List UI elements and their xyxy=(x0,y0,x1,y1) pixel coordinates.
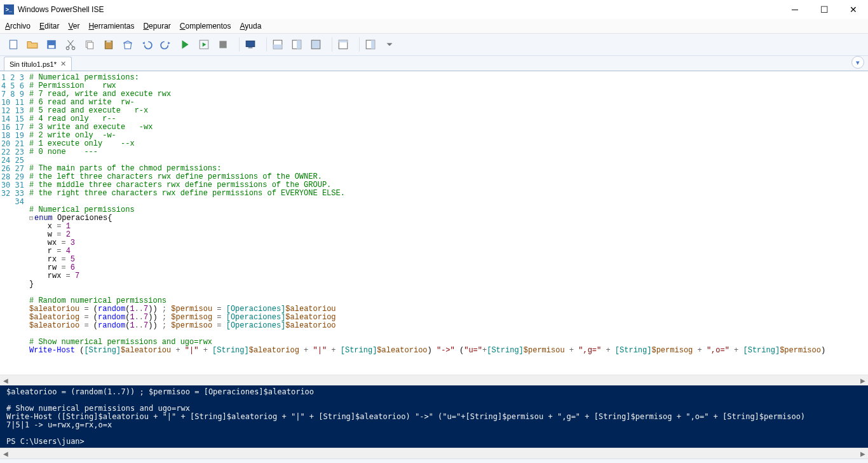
minimize-button[interactable]: ─ xyxy=(780,0,810,19)
tab-untitled[interactable]: Sin título1.ps1* ✕ xyxy=(4,57,72,71)
svg-rect-2 xyxy=(49,45,55,48)
svg-rect-6 xyxy=(88,43,93,49)
clear-button[interactable] xyxy=(121,38,135,52)
code-area[interactable]: # Numerical permissions:# Permission rwx… xyxy=(29,71,868,375)
dropdown-button[interactable] xyxy=(383,38,397,52)
close-button[interactable]: ✕ xyxy=(839,0,868,19)
menu-archivo[interactable]: Archivo xyxy=(5,22,31,31)
stop-button[interactable] xyxy=(216,38,230,52)
scroll-right-icon[interactable]: ▶ xyxy=(857,377,868,384)
tab-bar: Sin título1.ps1* ✕ ▾ xyxy=(0,56,868,71)
new-button[interactable] xyxy=(6,38,20,52)
layout-script-right-button[interactable] xyxy=(290,38,304,52)
cut-button[interactable] xyxy=(64,38,78,52)
scroll-right-icon[interactable]: ▶ xyxy=(857,450,868,457)
layout-script-bottom-button[interactable] xyxy=(271,38,285,52)
remote-button[interactable] xyxy=(243,38,257,52)
add-tab-button[interactable]: ▾ xyxy=(851,56,864,69)
svg-rect-8 xyxy=(107,40,111,42)
line-gutter: 1 2 3 4 5 6 7 8 9 10 11 12 13 14 15 16 1… xyxy=(0,71,29,375)
svg-rect-17 xyxy=(311,40,320,49)
console-pane[interactable]: $aleatorioo = (random(1..7)) ; $permisoo… xyxy=(0,385,868,448)
menu-ayuda[interactable]: Ayuda xyxy=(240,22,262,31)
svg-rect-0 xyxy=(10,40,17,49)
toggle-panel-button[interactable] xyxy=(363,38,377,52)
scroll-left-icon[interactable]: ◀ xyxy=(0,377,11,384)
toolbar xyxy=(0,34,868,56)
menu-editar[interactable]: Editar xyxy=(39,22,59,31)
open-button[interactable] xyxy=(25,38,39,52)
menu-bar: ArchivoEditarVerHerramientasDepurarCompl… xyxy=(0,19,868,34)
run-selection-button[interactable] xyxy=(197,38,211,52)
cmd-pane-button[interactable] xyxy=(336,38,350,52)
editor-horizontal-scrollbar[interactable]: ◀ ▶ xyxy=(0,375,868,385)
menu-depurar[interactable]: Depurar xyxy=(143,22,170,31)
run-button[interactable] xyxy=(178,38,192,52)
menu-ver[interactable]: Ver xyxy=(68,22,79,31)
scroll-left-icon[interactable]: ◀ xyxy=(0,450,11,457)
svg-rect-16 xyxy=(297,40,301,49)
layout-script-max-button[interactable] xyxy=(309,38,323,52)
close-icon[interactable]: ✕ xyxy=(60,60,66,68)
editor-pane: 1 2 3 4 5 6 7 8 9 10 11 12 13 14 15 16 1… xyxy=(0,71,868,375)
console-horizontal-scrollbar[interactable]: ◀ ▶ xyxy=(0,448,868,459)
save-button[interactable] xyxy=(44,38,58,52)
status-bar: Lín. 73 Col. 19 − + 100 % xyxy=(0,459,868,463)
svg-rect-21 xyxy=(371,40,375,49)
undo-button[interactable] xyxy=(140,38,154,52)
maximize-button[interactable]: ☐ xyxy=(810,0,839,19)
svg-rect-10 xyxy=(219,41,226,48)
svg-rect-14 xyxy=(273,45,282,49)
svg-rect-11 xyxy=(246,41,255,46)
svg-rect-12 xyxy=(248,48,253,48)
app-icon: >_ xyxy=(4,4,14,15)
tab-label: Sin título1.ps1* xyxy=(10,60,57,68)
window-title: Windows PowerShell ISE xyxy=(18,5,104,14)
paste-button[interactable] xyxy=(102,38,116,52)
copy-button[interactable] xyxy=(83,38,97,52)
title-bar: >_ Windows PowerShell ISE ─ ☐ ✕ xyxy=(0,0,868,19)
redo-button[interactable] xyxy=(159,38,173,52)
menu-herramientas[interactable]: Herramientas xyxy=(88,22,134,31)
svg-rect-19 xyxy=(339,40,348,42)
menu-complementos[interactable]: Complementos xyxy=(180,22,231,31)
